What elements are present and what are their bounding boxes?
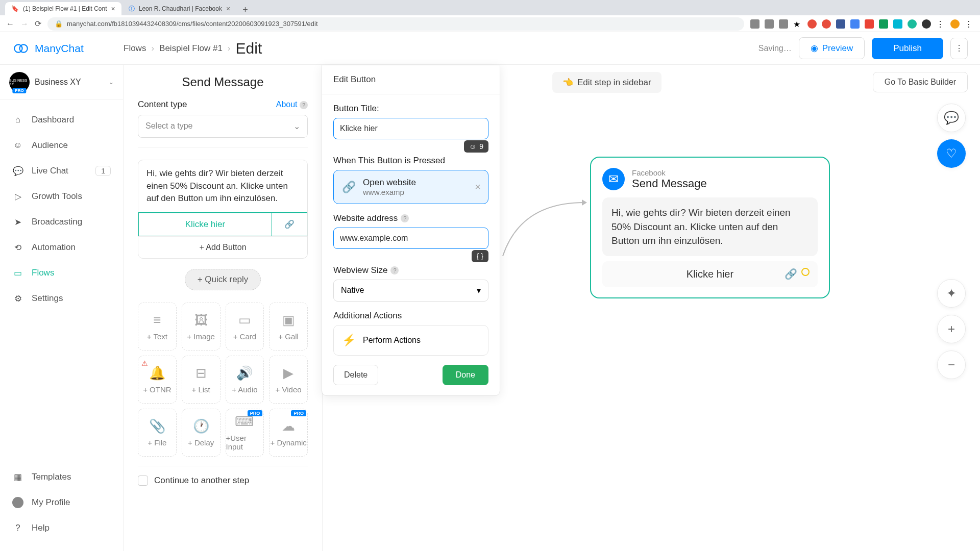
- close-icon[interactable]: ×: [475, 181, 481, 193]
- node-button[interactable]: Klicke hier 🔗: [602, 261, 818, 287]
- block-label: + OTNR: [143, 385, 171, 394]
- sidebar-item-settings[interactable]: ⚙Settings: [0, 286, 123, 311]
- breadcrumb-flow-name[interactable]: Beispiel Flow #1: [159, 43, 223, 54]
- ext-icon[interactable]: ⋮: [936, 19, 945, 29]
- ext-icon[interactable]: [850, 19, 860, 29]
- block-card[interactable]: ▭+ Card: [226, 303, 264, 350]
- zoom-out-button[interactable]: −: [937, 350, 966, 379]
- badge-count: 1: [95, 166, 111, 176]
- zoom-in-button[interactable]: +: [937, 315, 966, 343]
- sidebar-item-growth[interactable]: ▷Growth Tools: [0, 184, 123, 209]
- list-icon: ⊟: [195, 365, 207, 381]
- video-icon: ▶: [283, 365, 293, 381]
- more-button[interactable]: ⋮: [950, 38, 968, 59]
- block-list[interactable]: ⊟+ List: [182, 356, 220, 404]
- link-icon[interactable]: 🔗: [272, 213, 307, 236]
- edit-step-pill[interactable]: 👈 Edit step in sidebar: [552, 72, 662, 93]
- content-type-select[interactable]: Select a type ⌄: [138, 115, 308, 138]
- message-text[interactable]: Hi, wie gehts dir? Wir bieten derzeit ei…: [138, 160, 307, 212]
- close-icon[interactable]: ×: [226, 5, 230, 13]
- ext-icon[interactable]: ★: [793, 19, 802, 29]
- sidebar-item-flows[interactable]: ▭Flows: [0, 260, 123, 286]
- emoji-icon[interactable]: ☺: [469, 142, 476, 151]
- block-audio[interactable]: 🔊+ Audio: [226, 356, 264, 404]
- close-icon[interactable]: ×: [111, 5, 115, 13]
- help-icon[interactable]: ?: [401, 214, 409, 222]
- add-node-button[interactable]: 💬+: [937, 104, 966, 132]
- sidebar-item-help[interactable]: ?Help: [0, 515, 123, 541]
- ext-icon[interactable]: [779, 19, 788, 29]
- sidebar-item-dashboard[interactable]: ⌂Dashboard: [0, 107, 123, 133]
- block-image[interactable]: 🖼+ Image: [182, 303, 220, 350]
- block-delay[interactable]: 🕐+ Delay: [182, 409, 220, 457]
- checkbox[interactable]: [138, 475, 148, 486]
- ext-icon[interactable]: [893, 19, 902, 29]
- quick-reply-button[interactable]: + Quick reply: [185, 269, 261, 290]
- connector-handle[interactable]: [801, 268, 810, 276]
- block-otnr[interactable]: ⚠🔔+ OTNR: [138, 356, 177, 404]
- canvas[interactable]: 👈 Edit step in sidebar Go To Basic Build…: [124, 65, 980, 551]
- ext-icon[interactable]: [750, 19, 760, 29]
- block-gallery[interactable]: ▣+ Gall: [269, 303, 308, 350]
- action-open-website[interactable]: 🔗 Open website www.examp ×: [333, 170, 488, 204]
- flow-node-send-message[interactable]: ✉ Facebook Send Message Hi, wie gehts di…: [590, 157, 830, 298]
- message-button[interactable]: Klicke hier: [138, 213, 272, 236]
- ext-icon[interactable]: [836, 19, 845, 29]
- ext-icon[interactable]: [879, 19, 888, 29]
- variable-badge[interactable]: { }: [472, 250, 488, 262]
- website-address-label: Website address?: [333, 213, 488, 223]
- action-title: Open website: [363, 178, 416, 188]
- about-link[interactable]: About ?: [276, 100, 308, 109]
- workspace-selector[interactable]: BUSINESS XY PRO Business XY ⌄: [0, 65, 123, 100]
- ext-icon[interactable]: [807, 19, 817, 29]
- block-text[interactable]: ≡+ Text: [138, 303, 177, 350]
- help-icon[interactable]: ?: [390, 266, 399, 274]
- ext-icon[interactable]: [865, 19, 874, 29]
- button-title-input[interactable]: [333, 118, 488, 139]
- menu-icon[interactable]: ⋮: [965, 19, 974, 29]
- address-bar[interactable]: 🔒 manychat.com/fb181039443240830​9/cms/f…: [47, 17, 744, 31]
- sidebar-item-profile[interactable]: My Profile: [0, 490, 123, 515]
- back-icon[interactable]: ←: [6, 19, 14, 29]
- header-actions: Saving… ◉ Preview Publish ⋮: [758, 37, 968, 59]
- continue-row[interactable]: Continue to another step: [138, 466, 308, 486]
- forward-icon[interactable]: →: [20, 19, 29, 29]
- breadcrumb-flows[interactable]: Flows: [124, 43, 146, 54]
- fit-button[interactable]: ✦: [937, 279, 966, 308]
- sidebar-item-livechat[interactable]: 💬Live Chat1: [0, 158, 123, 184]
- sidebar-item-audience[interactable]: ☺Audience: [0, 133, 123, 158]
- block-dynamic[interactable]: PRO☁+ Dynamic: [269, 409, 308, 457]
- publish-button[interactable]: Publish: [872, 38, 943, 59]
- new-tab-button[interactable]: +: [237, 5, 253, 15]
- sidebar: BUSINESS XY PRO Business XY ⌄ ⌂Dashboard…: [0, 65, 124, 551]
- ext-icon[interactable]: [822, 19, 831, 29]
- nav-label: Live Chat: [32, 166, 68, 176]
- ext-icon[interactable]: [922, 19, 931, 29]
- ext-icon[interactable]: [908, 19, 917, 29]
- sidebar-item-broadcasting[interactable]: ➤Broadcasting: [0, 209, 123, 235]
- block-video[interactable]: ▶+ Video: [269, 356, 308, 404]
- broadcast-icon: ➤: [12, 216, 23, 228]
- block-file[interactable]: 📎+ File: [138, 409, 177, 457]
- browser-tab-active[interactable]: 🔖 (1) Beispiel Flow #1 | Edit Cont ×: [5, 2, 121, 15]
- reload-icon[interactable]: ⟳: [35, 19, 41, 29]
- perform-actions-card[interactable]: ⚡ Perform Actions: [333, 325, 488, 356]
- floating-tools: 💬+ ♡: [937, 104, 966, 168]
- preview-button[interactable]: ◉ Preview: [799, 37, 865, 59]
- avatar-icon[interactable]: [950, 19, 960, 29]
- message-card[interactable]: Hi, wie gehts dir? Wir bieten derzeit ei…: [138, 160, 308, 259]
- delete-button[interactable]: Delete: [333, 365, 378, 385]
- browser-tab[interactable]: ⓕ Leon R. Chaudhari | Facebook ×: [122, 2, 236, 15]
- tab-title: Leon R. Chaudhari | Facebook: [139, 5, 222, 12]
- webview-size-select[interactable]: Native ▾: [333, 280, 488, 302]
- sidebar-item-automation[interactable]: ⟲Automation: [0, 235, 123, 260]
- logo[interactable]: ManyChat: [12, 40, 124, 57]
- sidebar-item-templates[interactable]: ▦Templates: [0, 464, 123, 490]
- done-button[interactable]: Done: [443, 365, 488, 385]
- block-userinput[interactable]: PRO⌨+User Input: [226, 409, 264, 457]
- website-address-input[interactable]: [333, 228, 488, 249]
- block-label: + List: [191, 385, 210, 394]
- go-basic-builder-button[interactable]: Go To Basic Builder: [873, 72, 968, 92]
- add-button[interactable]: + Add Button: [138, 236, 307, 258]
- ext-icon[interactable]: [765, 19, 774, 29]
